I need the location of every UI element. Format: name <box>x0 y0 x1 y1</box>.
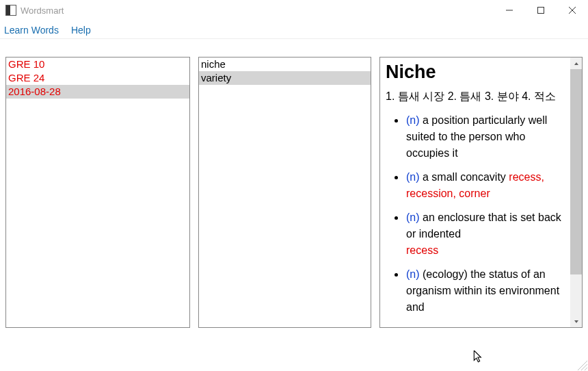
scroll-down-button[interactable] <box>570 316 582 327</box>
definition-entry: (n) a small concavity recess, recession,… <box>406 168 565 202</box>
definition-entry: (n) a position particularly well suited … <box>406 112 565 162</box>
cursor-icon <box>473 350 484 364</box>
maximize-button[interactable] <box>525 0 557 21</box>
app-icon <box>5 5 16 16</box>
list-item[interactable]: 2016-08-28 <box>6 85 189 99</box>
definition-text: an enclosure that is set back or indente… <box>406 212 561 240</box>
part-of-speech: (n) <box>406 114 420 126</box>
minimize-button[interactable] <box>494 0 525 21</box>
scroll-up-button[interactable] <box>570 57 582 69</box>
definition-panel: Niche 1. 틈새 시장 2. 틈새 3. 분야 4. 적소 (n) a p… <box>379 57 583 328</box>
menubar: Learn Words Help <box>0 21 588 39</box>
definition-summary: 1. 틈새 시장 2. 틈새 3. 분야 4. 적소 <box>386 88 565 105</box>
definition-content: Niche 1. 틈새 시장 2. 틈새 3. 분야 4. 적소 (n) a p… <box>380 57 570 327</box>
scrollbar[interactable] <box>570 57 582 327</box>
menu-help[interactable]: Help <box>70 23 92 37</box>
close-button[interactable] <box>557 0 588 21</box>
definition-entry: (n) an enclosure that is set back or ind… <box>406 209 565 259</box>
definition-title: Niche <box>386 62 565 83</box>
list-item[interactable]: variety <box>199 71 371 85</box>
definition-text: a small concavity <box>423 171 506 183</box>
definition-entry: (n) (ecology) the status of an organism … <box>406 266 565 316</box>
list-item[interactable]: GRE 10 <box>6 57 189 71</box>
svg-rect-0 <box>538 8 544 14</box>
list-item[interactable]: GRE 24 <box>6 71 189 85</box>
resize-grip-icon[interactable] <box>577 360 588 371</box>
deck-list-panel: GRE 10 GRE 24 2016-08-28 <box>5 57 190 328</box>
definition-text: (ecology) the status of an organism with… <box>406 268 559 313</box>
word-list-panel: niche variety <box>198 57 371 328</box>
window-title: Wordsmart <box>21 5 64 16</box>
word-list[interactable]: niche variety <box>199 57 371 85</box>
definition-text: a position particularly well suited to t… <box>406 114 547 159</box>
workspace: GRE 10 GRE 24 2016-08-28 niche variety N… <box>5 57 583 328</box>
part-of-speech: (n) <box>406 212 420 223</box>
definition-also: recess <box>406 244 438 256</box>
titlebar: Wordsmart <box>0 0 588 21</box>
scrollbar-thumb[interactable] <box>570 69 582 274</box>
menu-learn-words[interactable]: Learn Words <box>3 23 60 37</box>
part-of-speech: (n) <box>406 268 420 280</box>
list-item[interactable]: niche <box>199 57 371 71</box>
part-of-speech: (n) <box>406 171 420 183</box>
definition-list: (n) a position particularly well suited … <box>386 112 565 316</box>
deck-list[interactable]: GRE 10 GRE 24 2016-08-28 <box>6 57 189 99</box>
